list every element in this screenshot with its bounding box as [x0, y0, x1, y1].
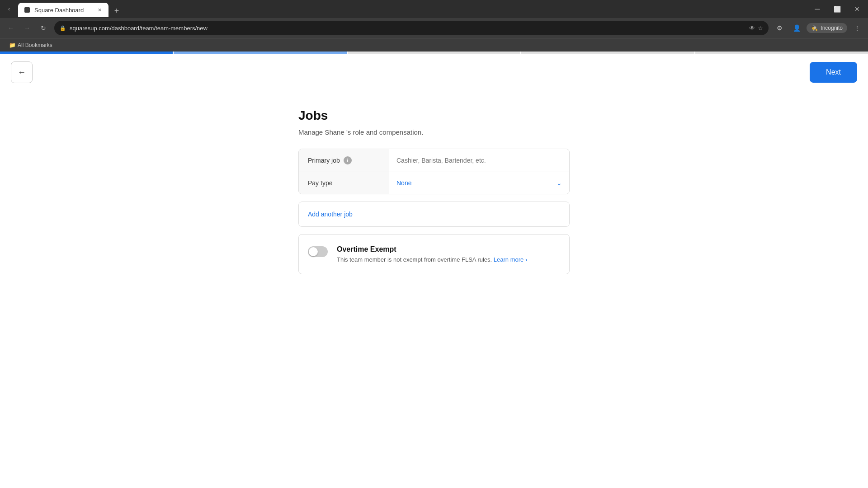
reload-button[interactable]: ↻ [36, 21, 51, 35]
tab-favicon-square [24, 7, 30, 13]
progress-segment-1 [0, 52, 173, 54]
tab-close-button[interactable]: ✕ [96, 6, 103, 14]
incognito-icon: 🕵 [811, 25, 818, 31]
pay-type-select[interactable]: None ⌄ [396, 179, 562, 187]
profile-icon[interactable]: 👤 [789, 21, 804, 35]
pay-type-row: Pay type None ⌄ [299, 172, 569, 194]
learn-more-link[interactable]: Learn more › [494, 256, 527, 263]
close-button[interactable]: ✕ [850, 2, 864, 16]
pay-type-value[interactable]: None ⌄ [389, 174, 569, 192]
next-button[interactable]: Next [810, 62, 857, 83]
menu-icon[interactable]: ⋮ [850, 21, 864, 35]
tab-favicon [24, 6, 31, 14]
tab-group-arrow[interactable]: ‹ [4, 4, 14, 14]
form-subtitle: Manage Shane 's role and compensation. [298, 128, 570, 136]
tab-label: Square Dashboard [34, 7, 92, 14]
app-toolbar: ← Next [0, 54, 868, 90]
back-nav-button[interactable]: ← [4, 21, 18, 35]
progress-segment-5 [695, 52, 868, 54]
bookmarks-folder-icon: 📁 [9, 42, 16, 48]
incognito-button[interactable]: 🕵 Incognito [807, 23, 847, 33]
incognito-label: Incognito [821, 25, 843, 31]
progress-segment-2 [174, 52, 346, 54]
new-tab-button[interactable]: + [110, 5, 123, 17]
restore-button[interactable]: ⬜ [830, 2, 844, 16]
primary-job-row: Primary job i [299, 149, 569, 172]
primary-job-value[interactable] [389, 151, 569, 169]
toggle-track [308, 246, 328, 257]
pay-type-selected-value: None [396, 179, 411, 187]
lock-icon: 🔒 [60, 25, 66, 31]
bookmarks-all-item[interactable]: 📁 All Bookmarks [5, 40, 56, 50]
minimize-button[interactable]: ─ [810, 2, 825, 16]
overtime-card: Overtime Exempt This team member is not … [298, 234, 570, 274]
progress-bar [0, 52, 868, 54]
browser-titlebar: ‹ Square Dashboard ✕ + ─ ⬜ ✕ [0, 0, 868, 18]
add-another-job-card[interactable]: Add another job [298, 202, 570, 227]
url-text: squaresup.com/dashboard/team/team-member… [70, 25, 745, 32]
address-bar-icons: 👁 ☆ [749, 25, 763, 32]
browser-toolbar: ← → ↻ 🔒 squaresup.com/dashboard/team/tea… [0, 18, 868, 38]
job-card: Primary job i Pay type None ⌄ [298, 149, 570, 194]
star-icon[interactable]: ☆ [758, 25, 763, 32]
active-tab[interactable]: Square Dashboard ✕ [18, 3, 108, 17]
toolbar-right-icons: ⚙ 👤 🕵 Incognito ⋮ [772, 21, 864, 35]
address-bar[interactable]: 🔒 squaresup.com/dashboard/team/team-memb… [54, 21, 769, 35]
browser-chrome: ‹ Square Dashboard ✕ + ─ ⬜ ✕ ← → ↻ 🔒 squ… [0, 0, 868, 52]
overtime-title: Overtime Exempt [337, 245, 527, 253]
forward-nav-button[interactable]: → [20, 21, 34, 35]
primary-job-info-icon[interactable]: i [344, 156, 352, 164]
extensions-icon[interactable]: ⚙ [772, 21, 787, 35]
primary-job-label: Primary job i [299, 149, 389, 172]
bookmarks-bar: 📁 All Bookmarks [0, 38, 868, 52]
progress-segment-4 [521, 52, 694, 54]
back-button[interactable]: ← [11, 61, 33, 83]
primary-job-input[interactable] [396, 157, 562, 164]
pay-type-chevron-icon: ⌄ [557, 179, 562, 187]
toggle-knob [309, 247, 318, 256]
pay-type-label: Pay type [299, 172, 389, 194]
form-title: Jobs [298, 108, 570, 123]
eye-off-icon: 👁 [749, 25, 755, 32]
overtime-toggle[interactable] [308, 246, 328, 257]
overtime-content: Overtime Exempt This team member is not … [337, 245, 527, 263]
form-area: Jobs Manage Shane 's role and compensati… [289, 108, 579, 274]
overtime-description: This team member is not exempt from over… [337, 256, 527, 263]
progress-segment-3 [348, 52, 520, 54]
add-another-job-link[interactable]: Add another job [308, 211, 353, 218]
page-content: ← Next Jobs Manage Shane 's role and com… [0, 52, 868, 472]
bookmarks-all-label: All Bookmarks [18, 42, 52, 48]
